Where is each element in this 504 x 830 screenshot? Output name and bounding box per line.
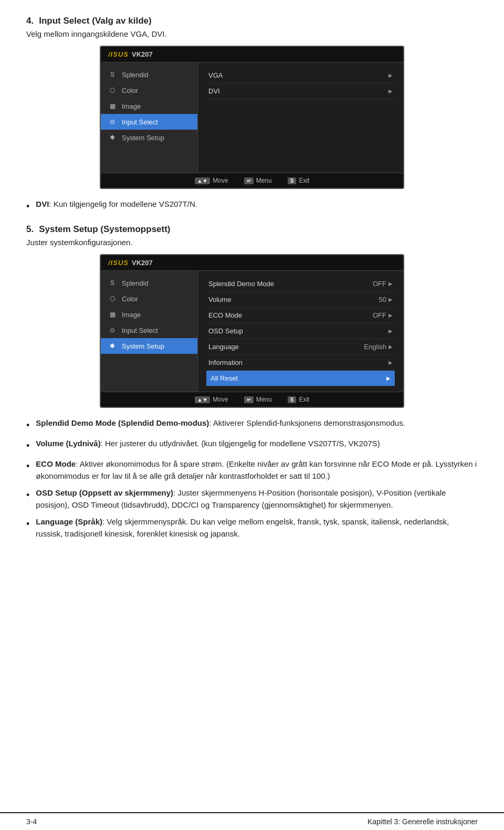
eco-arrow: ▶ bbox=[388, 312, 393, 318]
osd2-menu-image: ▦ Image bbox=[101, 307, 197, 322]
osd2-menu-system-setup: ✱ System Setup bbox=[101, 338, 197, 354]
footer-left: 3-4 bbox=[26, 817, 37, 826]
allreset-arrow: ▶ bbox=[386, 375, 391, 381]
osd2-menu-input-select: ⊙ Input Select bbox=[101, 322, 197, 338]
osd2-model: VK207 bbox=[132, 259, 153, 267]
osd1-menu-input-select: ⊙ Input Select bbox=[101, 114, 197, 130]
section4-subtitle: Velg mellom inngangskildene VGA, DVI. bbox=[26, 29, 478, 38]
menu-key: ↵ bbox=[244, 177, 254, 184]
osd-setup-arrow: ▶ bbox=[388, 328, 393, 334]
osd2-row-splendid-demo: Splendid Demo Mode OFF ▶ bbox=[206, 276, 395, 292]
image-icon: ▦ bbox=[107, 102, 118, 110]
osd2-footer-move: ▲▼ Move bbox=[195, 396, 228, 403]
bullet-volume: • Volume (Lydnivå): Her justerer du utly… bbox=[26, 438, 478, 453]
footer-right: Kapittel 3: Generelle instruksjoner bbox=[368, 817, 478, 826]
osd1-menu-color: ⬡ Color bbox=[101, 82, 197, 98]
osd1-footer-exit: S Exit bbox=[288, 177, 310, 184]
section4-number: 4. bbox=[26, 16, 34, 26]
color-icon: ⬡ bbox=[107, 86, 118, 94]
vga-arrow: ▶ bbox=[388, 72, 393, 78]
osd1-logo: /ISUS bbox=[108, 50, 129, 58]
osd2-body: S Splendid ⬡ Color ▦ Image ⊙ Input Selec… bbox=[101, 271, 403, 392]
input-select2-icon: ⊙ bbox=[107, 326, 118, 334]
osd1-titlebar: /ISUS VK207 bbox=[101, 47, 403, 62]
osd2-row-volume: Volume 50 ▶ bbox=[206, 292, 395, 308]
splendid-icon: S bbox=[107, 70, 118, 79]
osd2-titlebar: /ISUS VK207 bbox=[101, 255, 403, 271]
osd2-footer-exit: S Exit bbox=[288, 396, 310, 403]
osd2-content: Splendid Demo Mode OFF ▶ Volume 50 ▶ ECO… bbox=[198, 271, 403, 392]
osd2-row-information: Information ▶ bbox=[206, 355, 395, 371]
info-arrow: ▶ bbox=[388, 360, 393, 365]
osd2-logo: /ISUS bbox=[108, 259, 129, 267]
osd2-row-language: Language English ▶ bbox=[206, 339, 395, 355]
system-setup2-icon: ✱ bbox=[107, 342, 118, 350]
osd1-footer-menu: ↵ Menu bbox=[244, 177, 272, 184]
dvi-note-text: : Kun tilgjengelig for modellene VS207T/… bbox=[49, 199, 197, 208]
osd1-body: S Splendid ⬡ Color ▦ Image ⊙ Input Selec… bbox=[101, 62, 403, 173]
input-select-icon: ⊙ bbox=[107, 118, 118, 126]
osd2-footer: ▲▼ Move ↵ Menu S Exit bbox=[101, 392, 403, 407]
vol-arrow: ▶ bbox=[388, 297, 393, 302]
osd2-sidebar: S Splendid ⬡ Color ▦ Image ⊙ Input Selec… bbox=[101, 271, 198, 392]
osd1-model: VK207 bbox=[132, 50, 153, 58]
bullet-eco-mode: • ECO Mode: Aktiver økonomimodus for å s… bbox=[26, 458, 478, 482]
bullet-list: • Splendid Demo Mode (Splendid Demo-modu… bbox=[26, 417, 478, 540]
page-footer: 3-4 Kapittel 3: Generelle instruksjoner bbox=[0, 812, 504, 830]
osd1-sidebar: S Splendid ⬡ Color ▦ Image ⊙ Input Selec… bbox=[101, 62, 198, 173]
section4-title: Input Select (Valg av kilde) bbox=[39, 16, 151, 26]
dvi-note-item: • DVI: Kun tilgjengelig for modellene VS… bbox=[26, 198, 478, 214]
move-key: ▲▼ bbox=[195, 177, 211, 184]
system-setup-icon: ✱ bbox=[107, 133, 118, 142]
osd1-footer-move: ▲▼ Move bbox=[195, 177, 228, 184]
osd2-box: /ISUS VK207 S Splendid ⬡ Color ▦ Image ⊙ bbox=[100, 254, 404, 408]
osd2-footer-menu: ↵ Menu bbox=[244, 396, 272, 403]
osd1-row-vga: VGA ▶ bbox=[206, 68, 395, 83]
move2-key: ▲▼ bbox=[195, 396, 211, 403]
osd2-menu-splendid: S Splendid bbox=[101, 275, 197, 291]
sdm-arrow: ▶ bbox=[388, 281, 393, 287]
menu2-key: ↵ bbox=[244, 396, 254, 403]
color2-icon: ⬡ bbox=[107, 295, 118, 303]
image2-icon: ▦ bbox=[107, 310, 118, 319]
dvi-arrow: ▶ bbox=[388, 88, 393, 94]
exit-key: S bbox=[288, 177, 297, 184]
osd1-menu-image: ▦ Image bbox=[101, 98, 197, 114]
section5-title: System Setup (Systemoppsett) bbox=[39, 224, 170, 235]
osd1-menu-splendid: S Splendid bbox=[101, 67, 197, 82]
splendid2-icon: S bbox=[107, 279, 118, 287]
osd1-box: /ISUS VK207 S Splendid ⬡ Color ▦ Image ⊙ bbox=[100, 46, 404, 189]
osd2-row-all-reset: All Reset ▶ bbox=[206, 371, 395, 386]
osd2-row-osd-setup: OSD Setup ▶ bbox=[206, 323, 395, 339]
bullet-language: • Language (Språk): Velg skjermmenyspråk… bbox=[26, 516, 478, 540]
osd2-menu-color: ⬡ Color bbox=[101, 291, 197, 307]
osd2-row-eco: ECO Mode OFF ▶ bbox=[206, 308, 395, 323]
bullet-splendid-demo: • Splendid Demo Mode (Splendid Demo-modu… bbox=[26, 417, 478, 433]
osd1-menu-system-setup: ✱ System Setup bbox=[101, 130, 197, 145]
osd1-footer: ▲▼ Move ↵ Menu S Exit bbox=[101, 173, 403, 188]
bullet-osd-setup: • OSD Setup (Oppsett av skjermmeny): Jus… bbox=[26, 487, 478, 511]
lang-arrow: ▶ bbox=[388, 344, 393, 350]
exit2-key: S bbox=[288, 396, 297, 403]
section5-subtitle: Juster systemkonfigurasjonen. bbox=[26, 238, 478, 247]
osd1-row-dvi: DVI ▶ bbox=[206, 83, 395, 99]
section5-number: 5. bbox=[26, 224, 34, 235]
osd1-content: VGA ▶ DVI ▶ bbox=[198, 62, 403, 173]
